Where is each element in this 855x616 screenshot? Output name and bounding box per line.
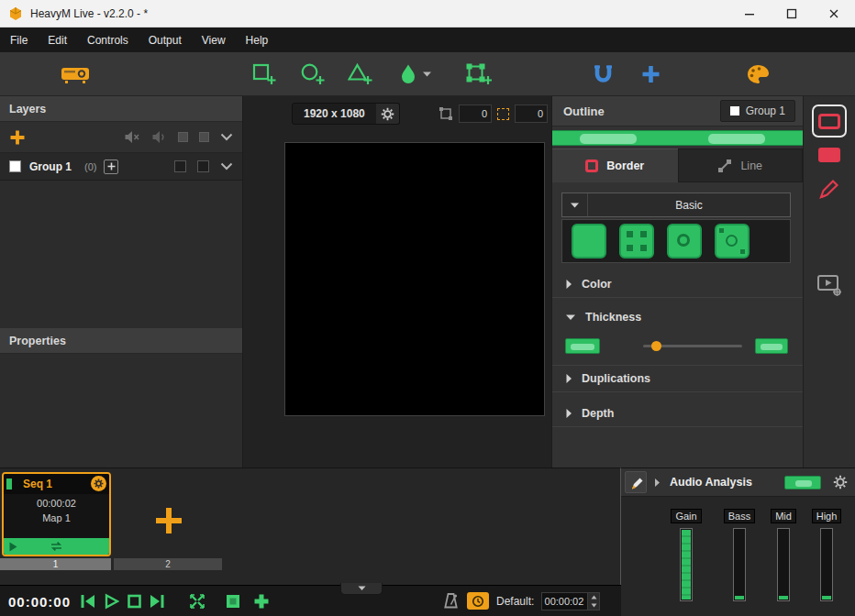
preset-dropdown[interactable]: Basic	[561, 192, 791, 217]
add-triangle-tool[interactable]	[348, 62, 372, 86]
group-collapse-button[interactable]	[220, 162, 233, 170]
preset-basic-3[interactable]	[667, 224, 702, 258]
section-duplications[interactable]: Duplications	[552, 365, 803, 392]
audio-pen-button[interactable]	[625, 471, 647, 493]
bass-fader[interactable]	[733, 528, 746, 601]
appearance-palette-button[interactable]	[746, 63, 771, 85]
resolution-settings-button[interactable]	[376, 103, 400, 125]
tab-line-label: Line	[740, 160, 762, 172]
add-shape-to-group-button[interactable]	[104, 160, 118, 174]
effect-enable-strip[interactable]	[552, 130, 803, 146]
mute-all-button[interactable]	[124, 130, 140, 144]
menu-view[interactable]: View	[192, 28, 236, 52]
audio-settings-button[interactable]	[833, 475, 848, 490]
spinner-down-button[interactable]	[588, 601, 599, 610]
swap-arrows-button[interactable]	[188, 593, 206, 610]
add-plus-tool[interactable]	[641, 64, 661, 83]
audio-collapse-button[interactable]	[654, 478, 661, 488]
mid-fader[interactable]	[777, 528, 790, 601]
paint-tool[interactable]	[397, 62, 419, 85]
timeline-drawer-handle[interactable]	[340, 583, 383, 595]
menu-file[interactable]: File	[0, 28, 38, 52]
seq-playbar[interactable]	[4, 538, 109, 555]
menu-help[interactable]: Help	[236, 28, 279, 52]
paint-tool-caret[interactable]	[422, 71, 432, 78]
solo-all-button[interactable]	[151, 130, 167, 144]
meter-mid: Mid	[766, 507, 801, 601]
fill-tool-button[interactable]	[818, 148, 840, 162]
default-label: Default:	[496, 595, 534, 608]
section-thickness[interactable]: Thickness	[552, 303, 803, 331]
spinner-up-button[interactable]	[588, 593, 599, 601]
skip-end-button[interactable]	[149, 593, 166, 610]
skip-start-button[interactable]	[79, 593, 96, 610]
preset-basic-2[interactable]	[619, 224, 654, 258]
magnet-snap-tool[interactable]	[593, 62, 614, 85]
thickness-min-box[interactable]	[565, 338, 600, 354]
tab-line[interactable]: Line	[678, 148, 804, 182]
gain-fader[interactable]	[680, 528, 693, 601]
resolution-button[interactable]: 1920 x 1080	[292, 103, 377, 125]
minimize-button[interactable]	[728, 0, 771, 28]
add-layer-button[interactable]	[9, 129, 26, 146]
maximize-button[interactable]	[771, 0, 813, 28]
outline-tool-button[interactable]	[812, 104, 847, 138]
stop-button[interactable]	[127, 593, 142, 610]
section-color[interactable]: Color	[552, 270, 803, 298]
group-color-swatch	[730, 106, 739, 116]
close-button[interactable]	[813, 0, 855, 28]
add-player-tool[interactable]	[465, 62, 492, 86]
group-name: Group 1	[29, 160, 72, 173]
layers-toolbar	[0, 122, 242, 153]
add-sequence-button[interactable]	[153, 505, 184, 536]
audio-enable-toggle[interactable]	[784, 476, 821, 490]
section-depth[interactable]: Depth	[552, 400, 803, 427]
projector-button[interactable]	[61, 63, 90, 85]
menu-output[interactable]: Output	[139, 28, 192, 52]
thickness-slider-knob[interactable]	[651, 341, 661, 351]
group-visibility-checkbox[interactable]	[9, 160, 21, 172]
default-duration-field[interactable]: 00:00:02	[541, 592, 600, 610]
cross-button[interactable]	[253, 593, 270, 610]
thickness-max-box[interactable]	[755, 338, 788, 354]
player-settings-button[interactable]	[816, 273, 842, 297]
layer-group-row[interactable]: Group 1 (0)	[0, 153, 242, 181]
layers-collapse-button[interactable]	[220, 133, 233, 141]
outline-header: Outline Group 1	[552, 96, 803, 126]
meter-high: High	[809, 507, 844, 601]
chevron-right-icon	[654, 478, 661, 488]
chevron-down-icon	[565, 314, 576, 321]
sequence-card[interactable]: Seq 1 00:00:02 Map 1	[2, 472, 111, 556]
preset-basic-4[interactable]	[715, 224, 750, 258]
sequence-tab-2[interactable]: 2	[114, 558, 222, 570]
effects-pen-button[interactable]	[817, 177, 841, 201]
seq-name: Seq 1	[23, 478, 52, 490]
sequence-tab-1[interactable]: 1	[0, 558, 111, 570]
selection-count-field[interactable]: 0	[459, 104, 492, 123]
section-duplications-label: Duplications	[582, 372, 650, 385]
output-canvas[interactable]	[284, 142, 545, 416]
play-button[interactable]	[104, 593, 119, 610]
add-ellipse-tool[interactable]	[300, 62, 325, 86]
default-duration-button[interactable]	[467, 592, 489, 610]
meter-gain-label: Gain	[671, 509, 701, 523]
menu-controls[interactable]: Controls	[77, 28, 139, 52]
target-group-chip[interactable]: Group 1	[720, 100, 795, 122]
add-rectangle-tool[interactable]	[251, 62, 276, 86]
group-swatch-a[interactable]	[174, 160, 186, 172]
preset-basic-1[interactable]	[572, 224, 606, 258]
line-icon	[717, 159, 732, 173]
blend-swatch-a[interactable]	[178, 132, 188, 142]
group-swatch-b[interactable]	[197, 160, 209, 172]
solid-square-button[interactable]	[225, 593, 241, 610]
play-icon	[104, 593, 119, 610]
group-count-field[interactable]: 0	[515, 104, 548, 123]
high-fader[interactable]	[820, 528, 833, 601]
chevron-down-icon	[220, 133, 233, 141]
tab-border[interactable]: Border	[552, 148, 678, 182]
menu-edit[interactable]: Edit	[38, 28, 77, 52]
clock-icon	[472, 595, 484, 608]
seq-settings-button[interactable]	[91, 476, 106, 491]
dropdown-arrow-cell[interactable]	[562, 193, 588, 216]
blend-swatch-b[interactable]	[199, 132, 209, 142]
